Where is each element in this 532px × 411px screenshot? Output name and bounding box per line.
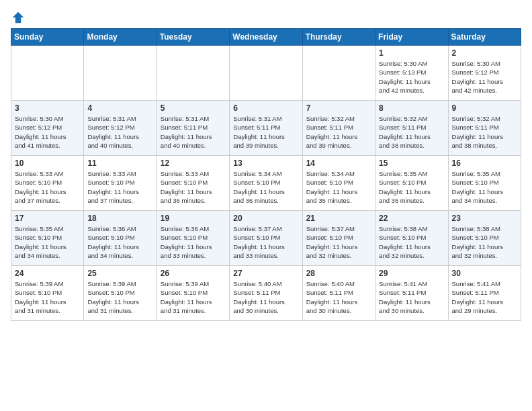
weekday-header-wednesday: Wednesday — [230, 29, 302, 46]
calendar-cell: 15Sunrise: 5:35 AM Sunset: 5:10 PM Dayli… — [375, 156, 448, 211]
calendar-cell — [84, 46, 157, 101]
day-number: 23 — [452, 214, 517, 223]
calendar-cell: 28Sunrise: 5:40 AM Sunset: 5:11 PM Dayli… — [302, 266, 375, 321]
day-info: Sunrise: 5:31 AM Sunset: 5:12 PM Dayligh… — [87, 114, 152, 150]
calendar-cell: 16Sunrise: 5:35 AM Sunset: 5:10 PM Dayli… — [448, 156, 521, 211]
calendar-cell: 24Sunrise: 5:39 AM Sunset: 5:10 PM Dayli… — [11, 266, 84, 321]
day-info: Sunrise: 5:35 AM Sunset: 5:10 PM Dayligh… — [452, 169, 517, 205]
day-number: 2 — [452, 48, 517, 58]
logo — [11, 11, 25, 23]
calendar-cell: 30Sunrise: 5:41 AM Sunset: 5:11 PM Dayli… — [448, 266, 521, 321]
day-info: Sunrise: 5:32 AM Sunset: 5:11 PM Dayligh… — [306, 114, 371, 150]
day-number: 15 — [379, 158, 444, 168]
calendar-cell: 6Sunrise: 5:31 AM Sunset: 5:11 PM Daylig… — [230, 101, 302, 156]
day-number: 18 — [87, 214, 152, 223]
weekday-header-saturday: Saturday — [448, 29, 521, 46]
calendar-cell: 2Sunrise: 5:30 AM Sunset: 5:12 PM Daylig… — [448, 46, 521, 101]
day-info: Sunrise: 5:33 AM Sunset: 5:10 PM Dayligh… — [15, 169, 80, 205]
day-number: 26 — [161, 269, 226, 278]
calendar-cell — [230, 46, 302, 101]
day-info: Sunrise: 5:32 AM Sunset: 5:11 PM Dayligh… — [452, 114, 517, 150]
day-number: 30 — [452, 269, 517, 278]
calendar-cell: 7Sunrise: 5:32 AM Sunset: 5:11 PM Daylig… — [302, 101, 375, 156]
calendar-cell: 8Sunrise: 5:32 AM Sunset: 5:11 PM Daylig… — [375, 101, 448, 156]
calendar-cell: 14Sunrise: 5:34 AM Sunset: 5:10 PM Dayli… — [302, 156, 375, 211]
weekday-header-tuesday: Tuesday — [157, 29, 229, 46]
day-number: 9 — [452, 103, 517, 113]
day-info: Sunrise: 5:34 AM Sunset: 5:10 PM Dayligh… — [306, 169, 371, 205]
svg-marker-0 — [13, 12, 24, 24]
day-info: Sunrise: 5:41 AM Sunset: 5:11 PM Dayligh… — [379, 279, 444, 315]
calendar-cell: 5Sunrise: 5:31 AM Sunset: 5:11 PM Daylig… — [157, 101, 229, 156]
calendar-cell: 4Sunrise: 5:31 AM Sunset: 5:12 PM Daylig… — [84, 101, 157, 156]
calendar-week-5: 24Sunrise: 5:39 AM Sunset: 5:10 PM Dayli… — [11, 266, 521, 321]
day-info: Sunrise: 5:35 AM Sunset: 5:10 PM Dayligh… — [379, 169, 444, 205]
day-info: Sunrise: 5:31 AM Sunset: 5:11 PM Dayligh… — [161, 114, 226, 150]
day-number: 24 — [15, 269, 80, 278]
day-number: 25 — [87, 269, 152, 278]
day-number: 21 — [306, 214, 371, 223]
calendar-cell — [157, 46, 229, 101]
calendar-cell: 23Sunrise: 5:38 AM Sunset: 5:10 PM Dayli… — [448, 211, 521, 266]
day-info: Sunrise: 5:41 AM Sunset: 5:11 PM Dayligh… — [452, 279, 517, 315]
day-number: 14 — [306, 158, 371, 168]
calendar-cell: 19Sunrise: 5:36 AM Sunset: 5:10 PM Dayli… — [157, 211, 229, 266]
day-info: Sunrise: 5:33 AM Sunset: 5:10 PM Dayligh… — [161, 169, 226, 205]
calendar-cell: 12Sunrise: 5:33 AM Sunset: 5:10 PM Dayli… — [157, 156, 229, 211]
calendar-week-2: 3Sunrise: 5:30 AM Sunset: 5:12 PM Daylig… — [11, 101, 521, 156]
day-info: Sunrise: 5:30 AM Sunset: 5:12 PM Dayligh… — [452, 59, 517, 95]
weekday-header-friday: Friday — [375, 29, 448, 46]
day-info: Sunrise: 5:33 AM Sunset: 5:10 PM Dayligh… — [87, 169, 152, 205]
day-number: 20 — [233, 214, 298, 223]
day-info: Sunrise: 5:36 AM Sunset: 5:10 PM Dayligh… — [161, 224, 226, 260]
calendar-cell: 3Sunrise: 5:30 AM Sunset: 5:12 PM Daylig… — [11, 101, 84, 156]
calendar-cell: 22Sunrise: 5:38 AM Sunset: 5:10 PM Dayli… — [375, 211, 448, 266]
calendar-cell: 9Sunrise: 5:32 AM Sunset: 5:11 PM Daylig… — [448, 101, 521, 156]
day-info: Sunrise: 5:37 AM Sunset: 5:10 PM Dayligh… — [306, 224, 371, 260]
day-info: Sunrise: 5:40 AM Sunset: 5:11 PM Dayligh… — [233, 279, 298, 315]
calendar-cell: 29Sunrise: 5:41 AM Sunset: 5:11 PM Dayli… — [375, 266, 448, 321]
day-number: 6 — [233, 103, 298, 113]
day-number: 3 — [15, 103, 80, 113]
day-info: Sunrise: 5:37 AM Sunset: 5:10 PM Dayligh… — [233, 224, 298, 260]
day-info: Sunrise: 5:30 AM Sunset: 5:12 PM Dayligh… — [15, 114, 80, 150]
logo-icon — [11, 11, 25, 24]
calendar-cell: 11Sunrise: 5:33 AM Sunset: 5:10 PM Dayli… — [84, 156, 157, 211]
day-number: 28 — [306, 269, 371, 278]
day-info: Sunrise: 5:34 AM Sunset: 5:10 PM Dayligh… — [233, 169, 298, 205]
day-number: 17 — [15, 214, 80, 223]
day-number: 10 — [15, 158, 80, 168]
calendar-cell — [11, 46, 84, 101]
day-number: 13 — [233, 158, 298, 168]
day-info: Sunrise: 5:38 AM Sunset: 5:10 PM Dayligh… — [452, 224, 517, 260]
calendar-table: SundayMondayTuesdayWednesdayThursdayFrid… — [11, 28, 521, 321]
day-number: 27 — [233, 269, 298, 278]
day-number: 19 — [161, 214, 226, 223]
calendar-cell — [302, 46, 375, 101]
calendar-cell: 25Sunrise: 5:39 AM Sunset: 5:10 PM Dayli… — [84, 266, 157, 321]
calendar-cell: 21Sunrise: 5:37 AM Sunset: 5:10 PM Dayli… — [302, 211, 375, 266]
calendar-cell: 27Sunrise: 5:40 AM Sunset: 5:11 PM Dayli… — [230, 266, 302, 321]
day-number: 16 — [452, 158, 517, 168]
day-info: Sunrise: 5:40 AM Sunset: 5:11 PM Dayligh… — [306, 279, 371, 315]
day-info: Sunrise: 5:30 AM Sunset: 5:13 PM Dayligh… — [379, 59, 444, 95]
calendar-cell: 10Sunrise: 5:33 AM Sunset: 5:10 PM Dayli… — [11, 156, 84, 211]
day-number: 1 — [379, 48, 444, 58]
calendar-week-3: 10Sunrise: 5:33 AM Sunset: 5:10 PM Dayli… — [11, 156, 521, 211]
day-number: 22 — [379, 214, 444, 223]
day-number: 29 — [379, 269, 444, 278]
day-number: 7 — [306, 103, 371, 113]
calendar-cell: 18Sunrise: 5:36 AM Sunset: 5:10 PM Dayli… — [84, 211, 157, 266]
day-info: Sunrise: 5:31 AM Sunset: 5:11 PM Dayligh… — [233, 114, 298, 150]
weekday-header-sunday: Sunday — [11, 29, 84, 46]
day-info: Sunrise: 5:39 AM Sunset: 5:10 PM Dayligh… — [15, 279, 80, 315]
day-info: Sunrise: 5:36 AM Sunset: 5:10 PM Dayligh… — [87, 224, 152, 260]
weekday-header-thursday: Thursday — [302, 29, 375, 46]
weekday-header-monday: Monday — [84, 29, 157, 46]
calendar-week-4: 17Sunrise: 5:35 AM Sunset: 5:10 PM Dayli… — [11, 211, 521, 266]
day-info: Sunrise: 5:35 AM Sunset: 5:10 PM Dayligh… — [15, 224, 80, 260]
day-info: Sunrise: 5:39 AM Sunset: 5:10 PM Dayligh… — [161, 279, 226, 315]
day-info: Sunrise: 5:32 AM Sunset: 5:11 PM Dayligh… — [379, 114, 444, 150]
day-number: 12 — [161, 158, 226, 168]
calendar-cell: 13Sunrise: 5:34 AM Sunset: 5:10 PM Dayli… — [230, 156, 302, 211]
